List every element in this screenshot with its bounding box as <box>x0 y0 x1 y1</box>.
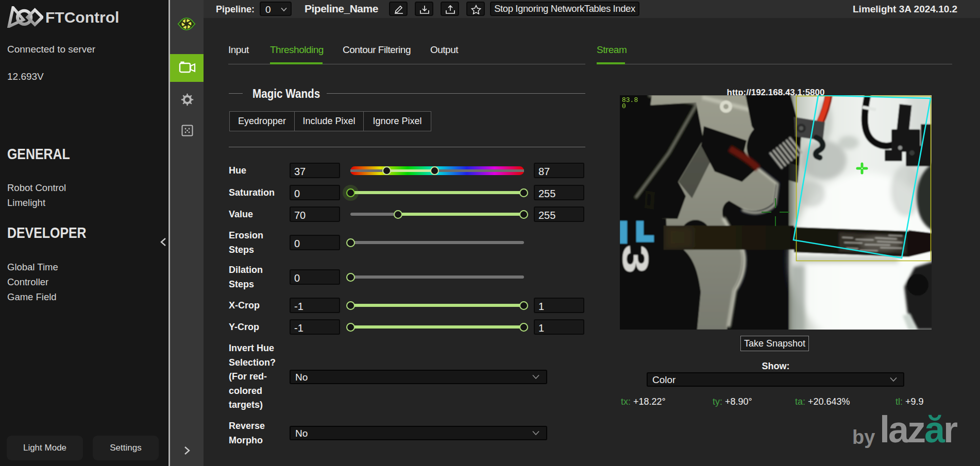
svg-text:0: 0 <box>622 102 626 110</box>
svg-text:3: 3 <box>620 245 655 273</box>
